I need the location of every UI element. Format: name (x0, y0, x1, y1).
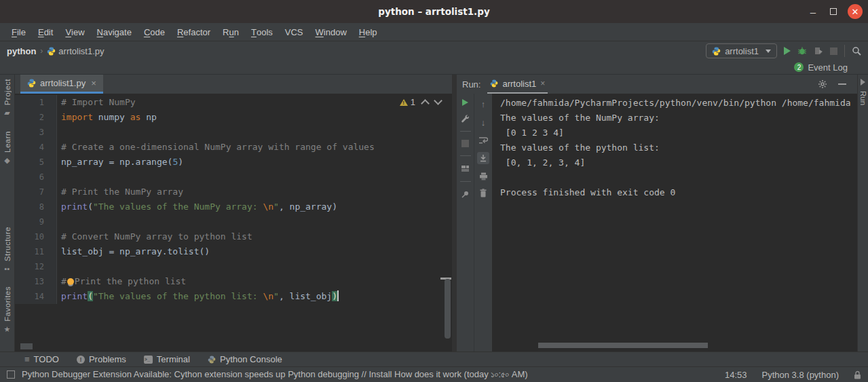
code-line[interactable]: 8print("The values of the NumPy array: \… (15, 199, 452, 214)
stripe-button-project[interactable]: Project▰ (3, 79, 12, 117)
tool-window-button-terminal[interactable]: >_Terminal (144, 354, 190, 364)
code-text: print("The values of the NumPy array: \n… (57, 199, 337, 214)
tool-window-button-todo[interactable]: ≡TODO (24, 354, 59, 364)
code-line[interactable]: 12 (15, 259, 452, 274)
lock-button[interactable] (854, 370, 861, 379)
code-line[interactable]: 6 (15, 170, 452, 185)
menu-vcs[interactable]: VCS (279, 23, 309, 41)
minimize-button[interactable]: – (803, 0, 823, 23)
play-icon (462, 99, 468, 106)
soft-wrap-button[interactable] (478, 136, 488, 144)
previous-warning-icon[interactable] (421, 99, 430, 108)
console-horizontal-scrollbar[interactable] (538, 343, 708, 348)
down-stack-trace-icon[interactable]: ↓ (481, 117, 486, 128)
run-button[interactable] (784, 47, 791, 55)
stop-button[interactable] (461, 140, 469, 147)
run-console[interactable]: /home/fahmida/PycharmProjects/python/ven… (492, 94, 857, 351)
maximize-icon (830, 8, 837, 15)
code-token: ) (332, 291, 337, 301)
menu-edit[interactable]: Edit (32, 23, 59, 41)
code-token: \n (263, 291, 273, 301)
toolbar-separator (460, 155, 471, 156)
editor-tab-label: arrtolist1.py (40, 78, 86, 88)
close-button[interactable]: ✕ (845, 0, 865, 23)
debug-button[interactable] (797, 46, 807, 56)
run-panel-label: Run: (462, 79, 480, 90)
next-warning-icon[interactable] (434, 96, 442, 105)
menu-refactor[interactable]: Refactor (171, 23, 216, 41)
stripe-button-favorites[interactable]: Favorites★ (3, 286, 12, 334)
run-configuration-select[interactable]: arrtolist1 (706, 43, 777, 58)
run-tab-arrtolist1[interactable]: arrtolist1 × (487, 75, 548, 94)
breadcrumb-project[interactable]: python (7, 46, 36, 56)
close-tab-icon[interactable]: × (540, 79, 545, 88)
up-stack-trace-icon[interactable]: ↑ (481, 99, 486, 109)
search-everywhere-button[interactable] (852, 46, 861, 56)
menu-code[interactable]: Code (138, 23, 171, 41)
show-hidden-tabs-icon[interactable] (861, 79, 865, 85)
editor-horizontal-scrollbar[interactable] (20, 343, 33, 349)
code-token: Print the python list (75, 276, 186, 286)
code-line[interactable]: 2import numpy as np (15, 110, 452, 125)
code-token: # Create a one-dimensional NumPy array w… (61, 142, 375, 152)
clock: 14:53 (725, 370, 747, 380)
toolbar-separator (460, 131, 471, 132)
modify-run-configuration-button[interactable] (461, 114, 470, 123)
restore-layout-button[interactable] (461, 164, 470, 173)
stop-button[interactable] (830, 47, 837, 55)
code-line[interactable]: 3 (15, 125, 452, 140)
hide-panel-icon[interactable] (838, 83, 846, 85)
code-editor[interactable]: 1# Import NumPy2import numpy as np34# Cr… (15, 94, 452, 351)
editor-tab-arrtolist1[interactable]: arrtolist1.py × (20, 75, 103, 94)
title-bar: python – arrtolist1.py – ✕ (0, 0, 868, 23)
tool-window-button-problems[interactable]: !Problems (77, 354, 126, 364)
code-line[interactable]: 1# Import NumPy (15, 95, 452, 110)
console-line: Process finished with exit code 0 (500, 185, 857, 200)
stripe-button-learn[interactable]: Learn◆ (3, 131, 12, 165)
code-line[interactable]: 14print("The values of the python list: … (15, 289, 452, 304)
pin-tab-button[interactable] (461, 190, 470, 199)
code-line[interactable]: 13#Print the python list (15, 274, 452, 289)
code-line[interactable]: 4# Create a one-dimensional NumPy array … (15, 140, 452, 155)
editor-run-splitter[interactable] (452, 75, 457, 351)
intention-bulb-icon[interactable] (67, 278, 74, 285)
tool-window-toggle-icon[interactable] (7, 370, 15, 379)
clear-all-button[interactable] (479, 189, 487, 197)
run-with-coverage-button[interactable] (814, 46, 823, 56)
code-line[interactable]: 11list_obj = np_array.tolist() (15, 244, 452, 259)
run-stripe-button[interactable]: Run (859, 91, 867, 105)
maximize-button[interactable] (823, 0, 844, 23)
inspection-widget[interactable]: 1 (400, 97, 441, 107)
code-line[interactable]: 9 (15, 214, 452, 229)
menu-window[interactable]: Window (309, 23, 353, 41)
menu-file[interactable]: File (5, 23, 32, 41)
print-button[interactable] (479, 172, 488, 180)
console-output: /home/fahmida/PycharmProjects/python/ven… (500, 96, 857, 200)
menu-view[interactable]: View (59, 23, 90, 41)
menu-navigate[interactable]: Navigate (91, 23, 138, 41)
scroll-to-end-button[interactable] (477, 152, 489, 164)
status-message[interactable]: Python Debugger Extension Available: Cyt… (22, 369, 528, 380)
line-number: 1 (15, 95, 57, 110)
menu-run[interactable]: Run (216, 23, 245, 41)
python-icon (712, 47, 721, 56)
event-log-button[interactable]: Event Log (808, 62, 848, 73)
tool-window-button-python-console[interactable]: Python Console (208, 354, 282, 364)
stripe-button-structure[interactable]: Structure▪▪ (3, 227, 12, 273)
interpreter-selector[interactable]: Python 3.8 (python) (762, 370, 839, 380)
console-line: [0, 1, 2, 3, 4] (500, 155, 857, 170)
editor-vertical-scrollbar[interactable] (445, 279, 451, 339)
menu-help[interactable]: Help (353, 23, 383, 41)
rerun-button[interactable] (462, 99, 468, 106)
close-tab-icon[interactable]: × (91, 78, 96, 88)
code-line[interactable]: 7# Print the NumPy array (15, 185, 452, 199)
code-token: # Import NumPy (61, 97, 136, 107)
console-line: [0 1 2 3 4] (500, 126, 857, 140)
stripe-label: Learn (3, 131, 12, 153)
code-line[interactable]: 5np_array = np.arange(5) (15, 155, 452, 170)
settings-button[interactable] (818, 79, 827, 89)
code-line[interactable]: 10# Convert NumPy array to python list (15, 229, 452, 244)
line-number: 13 (15, 274, 57, 289)
menu-tools[interactable]: Tools (245, 23, 279, 41)
breadcrumb-file[interactable]: arrtolist1.py (58, 46, 104, 56)
